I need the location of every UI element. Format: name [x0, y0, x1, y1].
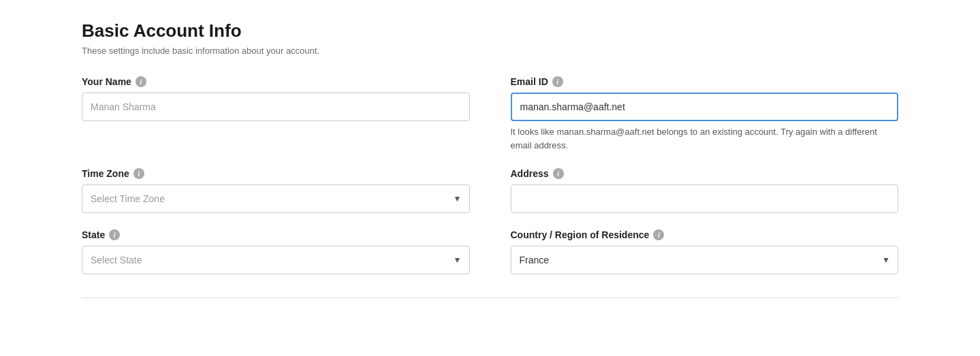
time-zone-label: Time Zone [82, 168, 129, 179]
your-name-info-icon[interactable]: i [136, 76, 146, 87]
page-subtitle: These settings include basic information… [82, 46, 898, 56]
address-input[interactable] [511, 184, 899, 213]
country-info-icon[interactable]: i [653, 229, 664, 240]
country-label-row: Country / Region of Residence i [511, 229, 899, 240]
country-group: Country / Region of Residence i France S… [511, 229, 899, 274]
state-label-row: State i [82, 229, 470, 240]
your-name-label-row: Your Name i [82, 76, 470, 87]
country-select[interactable]: France Select Country [511, 246, 899, 274]
address-info-icon[interactable]: i [553, 168, 564, 179]
state-info-icon[interactable]: i [109, 229, 120, 240]
email-label-row: Email ID i [511, 76, 899, 87]
time-zone-select[interactable]: Select Time Zone [82, 184, 470, 213]
form-grid: Your Name i Email ID i It looks like man… [82, 76, 898, 291]
time-zone-label-row: Time Zone i [82, 168, 470, 179]
email-error-message: It looks like manan.sharma@aaft.net belo… [511, 125, 899, 152]
address-label-row: Address i [511, 168, 899, 179]
time-zone-info-icon[interactable]: i [133, 168, 144, 179]
state-select-wrapper: Select State ▼ [82, 246, 470, 274]
bottom-divider [82, 297, 898, 298]
address-group: Address i [511, 168, 899, 213]
page-title: Basic Account Info [82, 20, 898, 42]
email-info-icon[interactable]: i [552, 76, 563, 87]
country-select-wrapper: France Select Country ▼ [511, 246, 899, 274]
your-name-group: Your Name i [82, 76, 470, 152]
your-name-label: Your Name [82, 76, 131, 87]
your-name-input[interactable] [82, 93, 470, 121]
email-label: Email ID [511, 76, 548, 87]
email-id-group: Email ID i It looks like manan.sharma@aa… [511, 76, 899, 152]
state-label: State [82, 229, 105, 240]
country-label: Country / Region of Residence [511, 229, 650, 240]
time-zone-select-wrapper: Select Time Zone ▼ [82, 184, 470, 213]
time-zone-group: Time Zone i Select Time Zone ▼ [82, 168, 470, 213]
state-group: State i Select State ▼ [82, 229, 470, 274]
email-input[interactable] [511, 93, 899, 121]
state-select[interactable]: Select State [82, 246, 470, 274]
address-label: Address [511, 168, 549, 179]
